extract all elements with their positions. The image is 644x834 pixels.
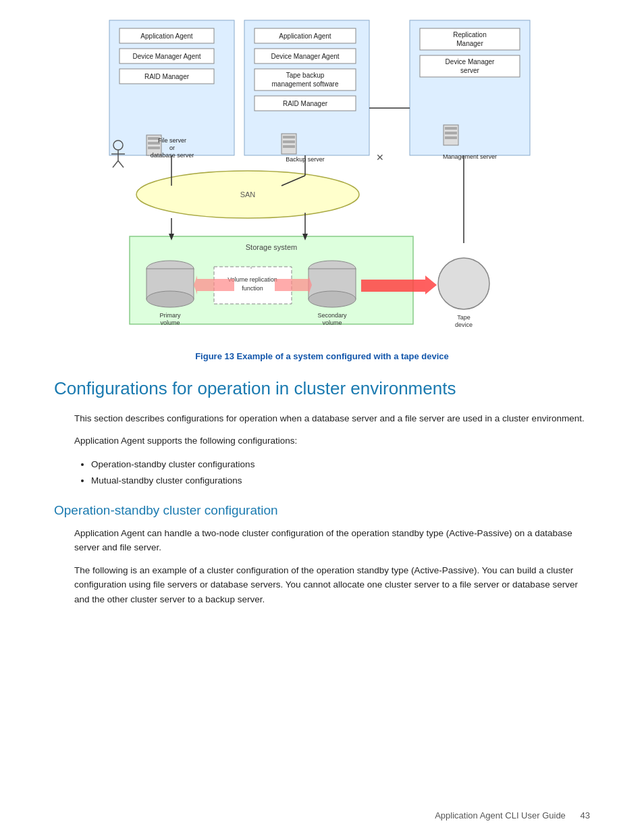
svg-line-18 <box>118 161 124 167</box>
subsection-para-2: The following is an example of a cluster… <box>74 563 590 607</box>
svg-text:Device Manager Agent: Device Manager Agent <box>132 53 200 60</box>
svg-rect-44 <box>445 136 457 139</box>
svg-point-68 <box>438 258 489 309</box>
svg-text:Device Manager Agent: Device Manager Agent <box>271 53 339 60</box>
svg-text:volume: volume <box>322 319 342 326</box>
bullet-item-1: Operation-standby cluster configurations <box>91 457 590 473</box>
bullet-item-2: Mutual-standby cluster configurations <box>91 473 590 489</box>
svg-text:Secondary: Secondary <box>317 312 347 319</box>
svg-text:management software: management software <box>272 80 339 88</box>
footer-text: Application Agent CLI User Guide <box>435 810 566 820</box>
section-heading: Configurations for operation in cluster … <box>54 377 590 400</box>
svg-rect-32 <box>283 145 295 148</box>
svg-text:function: function <box>242 285 263 292</box>
svg-text:Primary: Primary <box>160 312 181 319</box>
svg-text:Device Manager: Device Manager <box>446 58 495 66</box>
svg-text:device: device <box>455 321 473 328</box>
svg-rect-71 <box>361 280 425 292</box>
page-footer: Application Agent CLI User Guide 43 <box>435 810 590 820</box>
svg-rect-42 <box>445 127 457 130</box>
svg-rect-30 <box>283 136 295 138</box>
system-diagram: Application Agent Device Manager Agent R… <box>99 14 545 344</box>
svg-text:Volume replication: Volume replication <box>227 276 277 283</box>
svg-text:or: or <box>169 145 175 151</box>
svg-marker-72 <box>425 276 437 294</box>
svg-text:Replication: Replication <box>453 31 486 38</box>
svg-text:SAN: SAN <box>240 190 256 199</box>
svg-text:database server: database server <box>151 152 194 159</box>
svg-text:Manager: Manager <box>456 40 483 47</box>
page-number: 43 <box>581 810 590 820</box>
svg-text:Application Agent: Application Agent <box>279 32 331 40</box>
svg-rect-10 <box>148 147 160 149</box>
svg-text:Tape: Tape <box>457 314 471 321</box>
config-bullets: Operation-standby cluster configurations… <box>91 457 590 490</box>
svg-text:✕: ✕ <box>376 152 384 163</box>
svg-text:RAID Manager: RAID Manager <box>283 100 328 107</box>
intro-para-2: Application Agent supports the following… <box>74 434 590 448</box>
svg-text:Application Agent: Application Agent <box>140 32 193 40</box>
svg-text:volume: volume <box>160 319 180 326</box>
subsection-para-1: Application Agent can handle a two-node … <box>74 526 590 555</box>
svg-text:RAID Manager: RAID Manager <box>144 73 190 80</box>
svg-rect-31 <box>283 140 295 143</box>
svg-text:Tape backup: Tape backup <box>286 72 325 79</box>
svg-rect-43 <box>445 132 457 134</box>
svg-line-17 <box>113 161 118 167</box>
svg-text:Management server: Management server <box>443 153 497 160</box>
svg-point-57 <box>308 291 356 307</box>
intro-para-1: This section describes configurations fo… <box>74 411 590 426</box>
subsection-heading: Operation-standby cluster configuration <box>54 503 590 518</box>
svg-point-52 <box>146 291 194 307</box>
svg-text:server: server <box>460 67 479 74</box>
diagram-container: Application Agent Device Manager Agent R… <box>54 14 590 344</box>
svg-rect-65 <box>275 279 308 291</box>
svg-text:File server: File server <box>158 137 186 144</box>
svg-text:Storage system: Storage system <box>246 243 297 251</box>
svg-rect-63 <box>197 279 234 291</box>
figure-caption: Figure 13 Example of a system configured… <box>54 351 590 361</box>
